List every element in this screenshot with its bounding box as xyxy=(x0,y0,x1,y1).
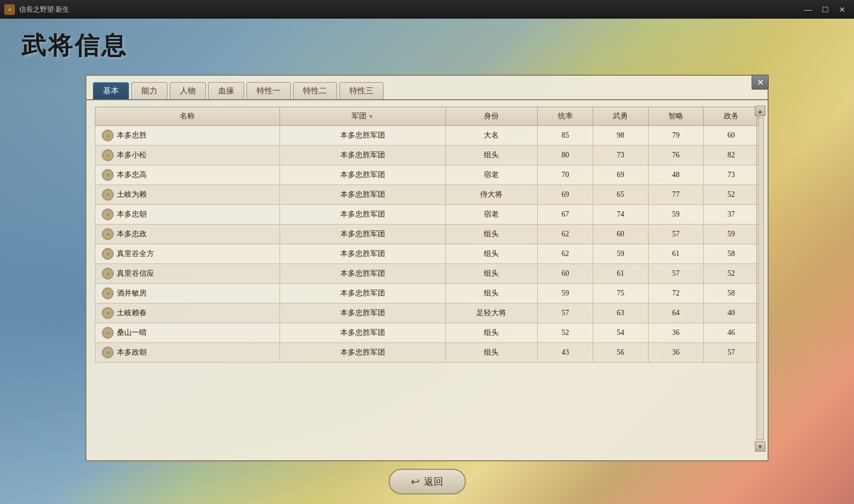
cell-tong: 43 xyxy=(538,343,593,363)
cell-corp: 本多忠胜军团 xyxy=(280,225,445,244)
titlebar-controls: — ☐ ✕ xyxy=(801,4,850,15)
table-row[interactable]: ⊙土岐赖春本多忠胜军团足轻大将57636440 xyxy=(95,303,759,323)
table-row[interactable]: ⊙本多政朝本多忠胜军团组头43563657 xyxy=(95,343,759,363)
cell-zhi: 72 xyxy=(648,284,704,303)
table-row[interactable]: ⊙真里谷信应本多忠胜军团组头60615752 xyxy=(95,264,759,284)
cell-wu: 54 xyxy=(593,323,648,343)
cell-zhi: 76 xyxy=(648,146,704,165)
cell-rank: 组头 xyxy=(445,343,538,363)
cell-name: ⊙真里谷信应 xyxy=(95,264,280,284)
cell-corp: 本多忠胜军团 xyxy=(280,323,445,343)
char-icon: ⊙ xyxy=(102,189,114,201)
cell-name: ⊙土岐赖春 xyxy=(95,303,280,323)
cell-zheng: 37 xyxy=(704,205,759,225)
return-button[interactable]: ↩ 返回 xyxy=(388,469,466,494)
scroll-down-button[interactable]: ▼ xyxy=(755,441,765,452)
cell-rank: 组头 xyxy=(445,146,538,165)
minimize-button[interactable]: — xyxy=(801,4,816,15)
table-row[interactable]: ⊙本多忠政本多忠胜军团组头62605759 xyxy=(95,225,759,244)
cell-corp: 本多忠胜军团 xyxy=(280,165,445,185)
char-icon: ⊙ xyxy=(102,209,114,220)
cell-corp: 本多忠胜军团 xyxy=(280,343,445,363)
cell-zhi: 79 xyxy=(648,126,704,146)
cell-zhi: 48 xyxy=(648,165,704,185)
cell-zhi: 64 xyxy=(648,303,704,323)
table-row[interactable]: ⊙本多忠朝本多忠胜军团宿老67745937 xyxy=(95,205,759,225)
cell-zheng: 60 xyxy=(704,126,759,146)
table-row[interactable]: ⊙真里谷全方本多忠胜军团组头62596158 xyxy=(95,244,759,264)
cell-corp: 本多忠胜军团 xyxy=(280,244,445,264)
cell-corp: 本多忠胜军团 xyxy=(280,185,445,205)
close-button[interactable]: ✕ xyxy=(835,4,850,15)
cell-rank: 组头 xyxy=(445,284,538,303)
cell-zheng: 58 xyxy=(704,244,759,264)
cell-tong: 62 xyxy=(538,225,593,244)
return-label: 返回 xyxy=(424,475,443,488)
cell-name: ⊙本多小松 xyxy=(95,146,280,165)
cell-wu: 61 xyxy=(593,264,648,284)
return-button-area: ↩ 返回 xyxy=(388,469,466,494)
titlebar-title: 信長之野望·新生 xyxy=(19,5,69,14)
cell-corp: 本多忠胜军团 xyxy=(280,264,445,284)
col-header-rank: 身份 xyxy=(445,107,538,126)
cell-wu: 74 xyxy=(593,205,648,225)
cell-zhi: 36 xyxy=(648,323,704,343)
cell-wu: 65 xyxy=(593,185,648,205)
page-title-area: 武将信息 xyxy=(21,29,128,62)
tab-basic[interactable]: 基本 xyxy=(93,82,129,99)
table-row[interactable]: ⊙本多小松本多忠胜军团组头80737682 xyxy=(95,146,759,165)
tab-person[interactable]: 人物 xyxy=(170,82,206,99)
cell-tong: 69 xyxy=(538,185,593,205)
char-icon: ⊙ xyxy=(102,327,114,339)
cell-name: ⊙本多政朝 xyxy=(95,343,280,363)
char-icon: ⊙ xyxy=(102,287,114,299)
table-area: 名称 军团 ▼ 身份 统率 武勇 智 xyxy=(86,100,768,455)
cell-zhi: 57 xyxy=(648,264,704,284)
char-icon: ⊙ xyxy=(102,248,114,260)
cell-zhi: 36 xyxy=(648,343,704,363)
cell-rank: 宿老 xyxy=(445,205,538,225)
data-table: 名称 军团 ▼ 身份 统率 武勇 智 xyxy=(95,107,759,363)
char-icon: ⊙ xyxy=(102,347,114,358)
table-row[interactable]: ⊙本多忠胜本多忠胜军团大名85987960 xyxy=(95,126,759,146)
cell-corp: 本多忠胜军团 xyxy=(280,284,445,303)
tab-trait1[interactable]: 特性一 xyxy=(246,82,291,99)
tab-bloodline[interactable]: 血缘 xyxy=(208,82,244,99)
cell-zhi: 59 xyxy=(648,205,704,225)
tab-trait2[interactable]: 特性二 xyxy=(293,82,337,99)
char-icon: ⊙ xyxy=(102,169,114,181)
cell-zheng: 59 xyxy=(704,225,759,244)
panel-close-button[interactable]: ✕ xyxy=(752,75,769,90)
cell-zhi: 57 xyxy=(648,225,704,244)
col-header-wu: 武勇 xyxy=(593,107,648,126)
cell-zheng: 73 xyxy=(704,165,759,185)
cell-wu: 69 xyxy=(593,165,648,185)
cell-tong: 57 xyxy=(538,303,593,323)
tabs-row: 基本 能力 人物 血缘 特性一 特性二 特性三 xyxy=(86,76,768,100)
cell-wu: 75 xyxy=(593,284,648,303)
cell-tong: 59 xyxy=(538,284,593,303)
table-row[interactable]: ⊙酒井敏房本多忠胜军团组头59757258 xyxy=(95,284,759,303)
scroll-up-button[interactable]: ▲ xyxy=(755,106,765,116)
cell-wu: 56 xyxy=(593,343,648,363)
cell-wu: 98 xyxy=(593,126,648,146)
tab-trait3[interactable]: 特性三 xyxy=(339,82,384,99)
cell-wu: 73 xyxy=(593,146,648,165)
col-header-name: 名称 xyxy=(95,107,280,126)
titlebar-left: ⚔ 信長之野望·新生 xyxy=(4,4,69,15)
cell-corp: 本多忠胜军团 xyxy=(280,205,445,225)
table-row[interactable]: ⊙土岐为赖本多忠胜军团侍大将69657752 xyxy=(95,185,759,205)
scroll-track[interactable] xyxy=(756,117,764,440)
table-row[interactable]: ⊙本多忠高本多忠胜军团宿老70694873 xyxy=(95,165,759,185)
cell-name: ⊙本多忠高 xyxy=(95,165,280,185)
tab-ability[interactable]: 能力 xyxy=(131,82,167,99)
cell-rank: 宿老 xyxy=(445,165,538,185)
cell-rank: 大名 xyxy=(445,126,538,146)
cell-zheng: 46 xyxy=(704,323,759,343)
col-header-tong: 统率 xyxy=(538,107,593,126)
table-row[interactable]: ⊙桑山一晴本多忠胜军团组头52543646 xyxy=(95,323,759,343)
maximize-button[interactable]: ☐ xyxy=(818,4,833,15)
cell-zheng: 52 xyxy=(704,185,759,205)
cell-corp: 本多忠胜军团 xyxy=(280,126,445,146)
cell-rank: 侍大将 xyxy=(445,185,538,205)
